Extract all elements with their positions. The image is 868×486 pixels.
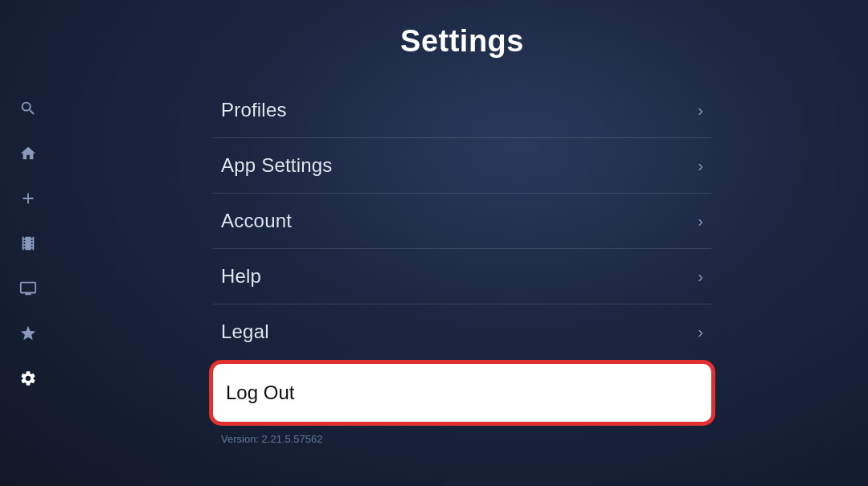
chevron-right-icon: › bbox=[698, 323, 703, 341]
menu-item-account-label: Account bbox=[221, 210, 292, 232]
search-icon[interactable] bbox=[17, 97, 39, 120]
chevron-right-icon: › bbox=[698, 101, 703, 120]
main-content: Settings Profiles › App Settings › Accou… bbox=[56, 0, 868, 486]
home-icon[interactable] bbox=[17, 142, 39, 165]
menu-item-app-settings[interactable]: App Settings › bbox=[213, 138, 711, 194]
menu-item-help[interactable]: Help › bbox=[213, 249, 711, 304]
movies-icon[interactable] bbox=[17, 232, 39, 255]
menu-item-legal-label: Legal bbox=[221, 321, 269, 343]
logout-button[interactable]: Log Out bbox=[213, 364, 711, 422]
tv-icon[interactable] bbox=[17, 277, 39, 300]
menu-item-app-settings-label: App Settings bbox=[221, 154, 333, 177]
menu-item-legal[interactable]: Legal › bbox=[213, 304, 711, 359]
page-title: Settings bbox=[400, 24, 524, 59]
chevron-right-icon: › bbox=[698, 157, 703, 175]
menu-item-profiles-label: Profiles bbox=[221, 99, 287, 121]
menu-item-profiles[interactable]: Profiles › bbox=[213, 83, 711, 138]
menu-item-help-label: Help bbox=[221, 265, 261, 288]
favorites-icon[interactable] bbox=[17, 322, 39, 345]
settings-icon[interactable] bbox=[17, 367, 39, 390]
logout-button-label: Log Out bbox=[226, 382, 294, 403]
menu-list: Profiles › App Settings › Account › Help… bbox=[213, 83, 711, 359]
sidebar bbox=[0, 0, 56, 486]
chevron-right-icon: › bbox=[698, 268, 703, 286]
chevron-right-icon: › bbox=[698, 212, 703, 231]
add-icon[interactable] bbox=[17, 187, 39, 210]
menu-item-account[interactable]: Account › bbox=[213, 194, 711, 249]
version-text: Version: 2.21.5.57562 bbox=[213, 433, 711, 445]
